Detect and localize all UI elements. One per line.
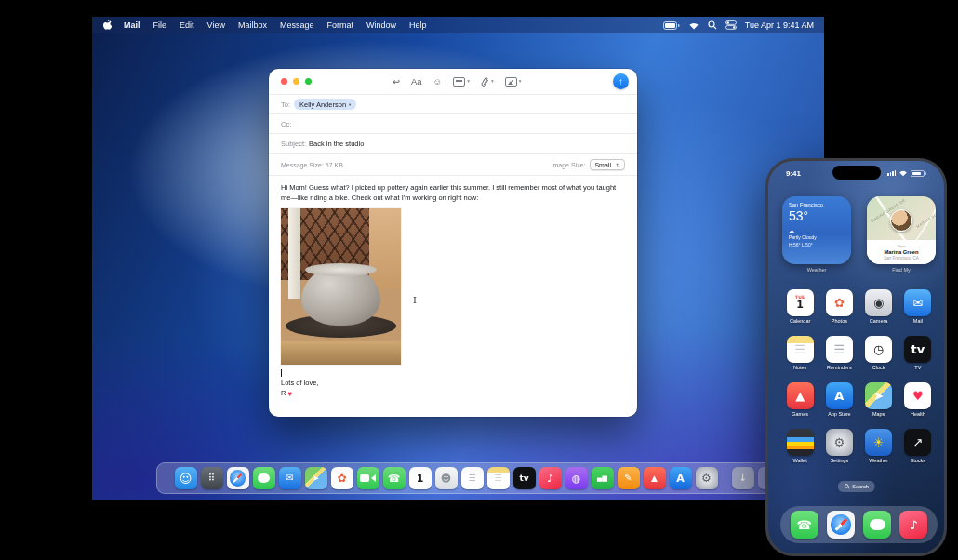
- subject-field-row[interactable]: Subject: Back in the studio: [269, 134, 637, 154]
- reminders-icon[interactable]: ☰: [826, 336, 853, 363]
- dock-reminders-icon[interactable]: ☰: [461, 467, 484, 489]
- findmy-widget[interactable]: MARINA GREEN DR MARINA BLVD Now Marina G…: [867, 196, 936, 264]
- menu-message[interactable]: Message: [280, 20, 314, 30]
- recipient-token[interactable]: Kelly Anderson ▾: [294, 99, 356, 110]
- dock-podcasts-icon[interactable]: ◍: [565, 467, 588, 489]
- dock-phone-icon[interactable]: ☎: [383, 467, 406, 489]
- iphone-app-reminders[interactable]: ☰Reminders: [820, 336, 858, 370]
- weather-icon[interactable]: ☀: [865, 429, 892, 456]
- iphone-app-tv[interactable]: tvTV: [899, 336, 937, 370]
- dock-pages-icon[interactable]: ✎: [618, 467, 640, 489]
- settings-icon[interactable]: ⚙: [826, 429, 853, 456]
- games-icon[interactable]: ▲: [787, 382, 814, 409]
- iphone-app-calendar[interactable]: TUE1Calendar: [781, 289, 818, 324]
- dock-facetime-icon[interactable]: [357, 467, 379, 489]
- media-browser-button[interactable]: ▾: [505, 77, 522, 87]
- stationery-button[interactable]: ▾: [453, 77, 470, 87]
- search-icon[interactable]: [708, 20, 717, 30]
- iphone-app-clock[interactable]: ◷Clock: [860, 336, 898, 370]
- menu-view[interactable]: View: [207, 20, 225, 30]
- dock-safari-icon[interactable]: [227, 467, 249, 489]
- tv-icon[interactable]: tv: [904, 336, 931, 363]
- iphone-dock-music-icon[interactable]: ♪: [899, 511, 927, 539]
- dynamic-island: [832, 166, 881, 180]
- mail-icon[interactable]: ✉: [904, 289, 931, 316]
- camera-icon[interactable]: ◉: [865, 289, 892, 316]
- iphone-app-weather[interactable]: ☀Weather: [860, 429, 898, 463]
- weather-widget[interactable]: San Francisco 53° ☁ Partly Cloudy H:56° …: [782, 196, 851, 264]
- dock-calendar-icon[interactable]: 1: [409, 467, 432, 489]
- stationery-icon: [453, 77, 465, 87]
- cc-field-row[interactable]: Cc:: [269, 114, 637, 134]
- iphone-app-app-store[interactable]: AApp Store: [820, 382, 858, 417]
- emoji-button[interactable]: ☺: [433, 77, 443, 87]
- dock-app-store-icon[interactable]: A: [670, 467, 692, 489]
- wallet-icon[interactable]: [787, 429, 814, 456]
- app-label: Calendar: [790, 318, 810, 324]
- dock-notes-icon[interactable]: ☰: [487, 467, 510, 489]
- calendar-icon[interactable]: TUE1: [787, 289, 814, 316]
- dock-mail-icon[interactable]: ✉: [279, 467, 301, 489]
- maps-icon[interactable]: ➤: [865, 382, 892, 409]
- close-button[interactable]: [281, 78, 287, 85]
- format-button[interactable]: Aa: [411, 77, 422, 87]
- spotlight-search-pill[interactable]: Search: [837, 481, 874, 492]
- wifi-icon[interactable]: [688, 21, 699, 30]
- dock-settings-icon[interactable]: ⚙: [696, 467, 718, 489]
- menubar-clock[interactable]: Tue Apr 1 9:41 AM: [745, 20, 814, 30]
- menu-edit[interactable]: Edit: [180, 20, 194, 30]
- stocks-icon[interactable]: ↗: [904, 429, 931, 456]
- to-field-row[interactable]: To: Kelly Anderson ▾: [269, 95, 637, 114]
- notes-icon[interactable]: ☰: [787, 336, 814, 363]
- zoom-button[interactable]: [305, 78, 312, 85]
- menu-mail[interactable]: Mail: [124, 20, 140, 30]
- iphone-app-health[interactable]: ♥Health: [899, 382, 937, 417]
- iphone-dock-safari-icon[interactable]: [827, 511, 855, 539]
- iphone-app-maps[interactable]: ➤Maps: [860, 382, 898, 417]
- dock-finder-icon[interactable]: ☺: [175, 467, 197, 489]
- app-label: Camera: [870, 318, 888, 324]
- emoji-icon: ☺: [433, 77, 443, 87]
- dock-numbers-icon[interactable]: ▄▆: [592, 467, 614, 489]
- search-icon: [844, 484, 849, 489]
- menu-file[interactable]: File: [153, 20, 167, 30]
- health-icon[interactable]: ♥: [904, 382, 931, 409]
- send-button[interactable]: ↑: [613, 73, 629, 89]
- iphone-app-settings[interactable]: ⚙Settings: [820, 429, 858, 463]
- menu-window[interactable]: Window: [366, 20, 396, 30]
- dock-downloads-icon[interactable]: ↓: [732, 467, 754, 489]
- image-size-select[interactable]: Small ⇅: [590, 159, 625, 170]
- select-arrows-icon: ⇅: [616, 162, 620, 168]
- dock-music-icon[interactable]: ♪: [539, 467, 562, 489]
- pottery-photo-attachment[interactable]: [281, 208, 401, 365]
- dock-games-icon[interactable]: ▲: [644, 467, 666, 489]
- iphone-app-games[interactable]: ▲Games: [781, 382, 818, 417]
- clock-icon[interactable]: ◷: [865, 336, 892, 363]
- attach-button[interactable]: ▾: [481, 77, 494, 87]
- iphone-app-camera[interactable]: ◉Camera: [860, 289, 898, 324]
- iphone-app-photos[interactable]: ✿Photos: [820, 289, 858, 324]
- dock-contacts-icon[interactable]: ☻: [435, 467, 458, 489]
- control-center-icon[interactable]: [725, 20, 737, 30]
- photos-icon[interactable]: ✿: [826, 289, 853, 316]
- app-store-icon[interactable]: A: [826, 382, 853, 409]
- menu-format[interactable]: Format: [326, 20, 353, 30]
- menu-help[interactable]: Help: [409, 20, 427, 30]
- apple-menu[interactable]: [102, 20, 112, 31]
- dock-photos-icon[interactable]: ✿: [331, 467, 353, 489]
- undo-button[interactable]: ↩: [393, 77, 400, 87]
- dock-launchpad-icon[interactable]: ⠿: [201, 467, 223, 489]
- battery-icon[interactable]: [663, 21, 680, 30]
- iphone-app-wallet[interactable]: Wallet: [781, 429, 818, 463]
- iphone-dock-messages-icon[interactable]: [863, 511, 891, 539]
- dock-tv-icon[interactable]: tv: [513, 467, 536, 489]
- dock-maps-icon[interactable]: ➤: [305, 467, 327, 489]
- message-body-editor[interactable]: Hi Mom! Guess what? I picked up pottery …: [269, 176, 637, 407]
- iphone-app-stocks[interactable]: ↗Stocks: [899, 429, 937, 463]
- iphone-app-mail[interactable]: ✉Mail: [899, 289, 937, 324]
- dock-messages-icon[interactable]: [253, 467, 275, 489]
- iphone-app-notes[interactable]: ☰Notes: [781, 336, 818, 370]
- menu-mailbox[interactable]: Mailbox: [238, 20, 267, 30]
- minimize-button[interactable]: [293, 78, 299, 85]
- iphone-dock-phone-icon[interactable]: ☎: [791, 511, 818, 539]
